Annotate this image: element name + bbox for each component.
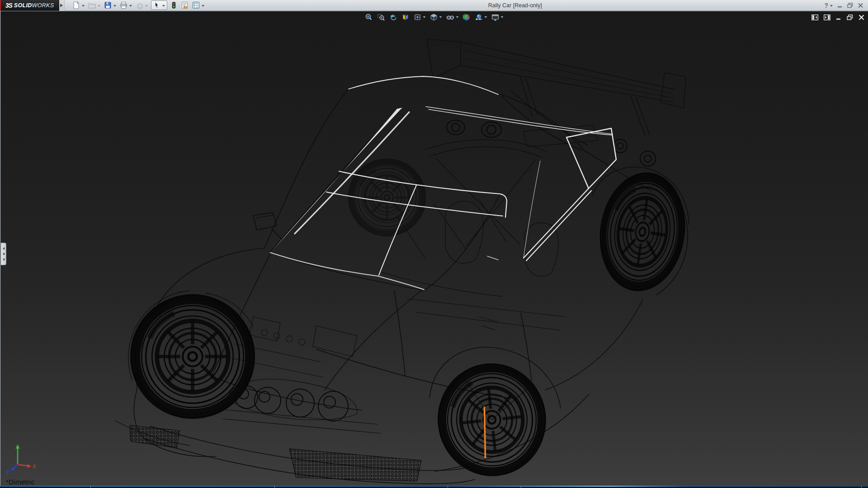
options-dropdown-arrow[interactable] [202, 5, 204, 7]
app-close-button[interactable] [858, 3, 863, 8]
pane-collapse-left-button[interactable] [811, 14, 818, 20]
apply-scene-icon [475, 13, 483, 21]
help-dropdown-arrow[interactable] [830, 5, 833, 7]
doc-minimize-icon [836, 14, 841, 20]
doc-restore-button[interactable] [847, 14, 853, 20]
view-settings-icon [491, 13, 500, 21]
rear-right-wheel [593, 168, 692, 296]
new-document-button[interactable] [71, 0, 86, 10]
select-dropdown-arrow[interactable] [162, 5, 165, 7]
help-label: ? [824, 2, 828, 9]
heads-up-view-toolbar [364, 13, 505, 22]
undo-arrow-icon [136, 1, 143, 9]
apply-scene-button[interactable] [474, 13, 488, 22]
minimize-icon [837, 3, 843, 8]
eyeglasses-icon [446, 13, 455, 21]
document-window-controls [811, 14, 864, 20]
doc-close-button[interactable] [859, 14, 864, 20]
taskbar-divider [90, 486, 91, 488]
appearance-ball-icon [463, 13, 471, 21]
close-icon [858, 3, 863, 8]
open-folder-icon [88, 1, 96, 9]
section-view-button[interactable] [401, 13, 410, 22]
zoom-to-area-button[interactable] [376, 13, 386, 22]
open-document-button[interactable] [87, 0, 102, 10]
display-style-button[interactable] [429, 13, 443, 22]
save-button[interactable] [103, 0, 118, 10]
print-button[interactable] [118, 0, 133, 10]
x-axis-arrow [27, 464, 31, 468]
print-icon [120, 1, 127, 9]
view-orientation-dropdown-arrow[interactable] [423, 16, 426, 18]
taskbar-divider [861, 486, 862, 488]
print-dropdown-arrow[interactable] [129, 5, 132, 7]
selected-edge[interactable] [485, 407, 486, 458]
undo-dropdown-arrow[interactable] [145, 5, 148, 7]
hide-show-dropdown-arrow[interactable] [456, 16, 459, 18]
view-orientation-label: *Dimetric [6, 478, 35, 486]
taskbar-divider [448, 486, 448, 488]
previous-view-button[interactable] [388, 13, 398, 22]
previous-view-icon [389, 13, 397, 21]
save-floppy-icon [104, 1, 112, 9]
options-button[interactable] [191, 0, 206, 10]
options-checklist-icon [192, 1, 200, 9]
save-dropdown-arrow[interactable] [113, 5, 116, 7]
feature-panel-splitter[interactable] [1, 243, 6, 265]
select-tool-button[interactable] [151, 0, 167, 10]
taskbar-highlight [0, 486, 868, 487]
tail-lights [613, 139, 656, 166]
view-settings-button[interactable] [491, 13, 505, 22]
section-view-icon [401, 13, 410, 21]
x-axis-label: X [33, 464, 36, 469]
new-dropdown-arrow[interactable] [82, 5, 85, 7]
taskbar-divider [521, 486, 521, 488]
standard-toolbar [65, 0, 206, 11]
doc-restore-icon [847, 14, 853, 20]
collapse-arrow-icon [1, 247, 5, 250]
3ds-logo-icon: 3S [5, 2, 12, 9]
view-orientation-button[interactable] [413, 13, 427, 22]
rebuild-button[interactable] [169, 0, 179, 10]
taskbar-edge [0, 486, 868, 488]
zoom-to-fit-button[interactable] [364, 13, 374, 22]
select-cursor-icon [153, 1, 160, 9]
pane-expand-right-button[interactable] [824, 14, 830, 20]
view-orientation-icon [414, 13, 422, 21]
zoom-to-area-icon [377, 13, 385, 21]
app-restore-button[interactable] [847, 3, 853, 8]
graphics-viewport[interactable]: X Z [0, 11, 868, 486]
car-wireframe: X Z [0, 11, 868, 486]
edit-appearance-button[interactable] [462, 13, 472, 22]
file-properties-icon [181, 1, 189, 9]
car-body-lines [115, 89, 689, 484]
rear-wing [427, 39, 686, 147]
collapse-arrow-icon [1, 253, 5, 255]
menu-flyout-button[interactable] [59, 0, 65, 11]
view-settings-dropdown-arrow[interactable] [501, 16, 504, 18]
rear-left-wheel [349, 159, 425, 236]
pane-left-icon [811, 14, 818, 20]
window-title: Rally Car [Read-only] [206, 2, 824, 9]
display-style-dropdown-arrow[interactable] [439, 16, 442, 18]
hide-show-items-button[interactable] [445, 13, 460, 22]
brand-name-bold: SOLID [14, 2, 32, 9]
z-axis-label: Z [6, 469, 9, 475]
doc-close-icon [859, 14, 864, 20]
windshield-highlight [270, 76, 616, 290]
apply-scene-dropdown-arrow[interactable] [485, 16, 487, 18]
doc-minimize-button[interactable] [836, 14, 841, 20]
roof-vents [447, 120, 501, 137]
traffic-light-icon [170, 1, 177, 9]
solidworks-window: 3S SOLIDWORKS [0, 0, 868, 488]
undo-button[interactable] [134, 0, 149, 10]
app-minimize-button[interactable] [837, 3, 843, 8]
title-bar: 3S SOLIDWORKS [0, 0, 868, 11]
file-properties-button[interactable] [179, 0, 190, 10]
grille-mesh [130, 425, 421, 481]
help-button[interactable]: ? [824, 2, 833, 9]
headlights [235, 386, 348, 421]
open-dropdown-arrow[interactable] [98, 5, 100, 7]
collapse-arrow-icon [1, 258, 5, 261]
wheels [131, 159, 692, 481]
